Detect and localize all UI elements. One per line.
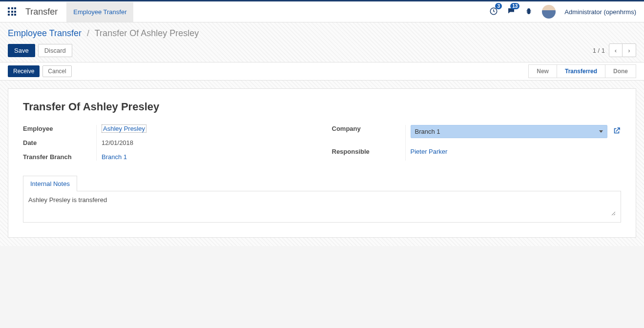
topbar: Transfer Employee Transfer 3 13 Administ… — [0, 0, 644, 22]
value-branch[interactable]: Branch 1 — [102, 153, 127, 161]
label-date: Date — [23, 139, 96, 146]
pager: 1 / 1 ‹ › — [593, 43, 636, 57]
receive-button[interactable]: Receive — [8, 65, 40, 77]
clock-badge: 3 — [495, 3, 502, 9]
bug-icon[interactable] — [524, 7, 533, 17]
status-transferred[interactable]: Transferred — [557, 64, 605, 78]
breadcrumb-root[interactable]: Employee Transfer — [8, 28, 82, 38]
pager-next[interactable]: › — [623, 43, 636, 57]
internal-notes-input[interactable] — [28, 196, 616, 216]
pager-text: 1 / 1 — [593, 47, 605, 54]
clock-icon[interactable]: 3 — [489, 7, 498, 17]
apps-icon[interactable] — [8, 7, 17, 16]
breadcrumb: Employee Transfer / Transfer Of Ashley P… — [8, 28, 199, 39]
discard-button[interactable]: Discard — [38, 44, 72, 57]
value-date[interactable]: 12/01/2018 — [102, 139, 312, 146]
breadcrumb-current: Transfer Of Ashley Presley — [95, 28, 199, 38]
avatar[interactable] — [542, 5, 556, 19]
user-menu[interactable]: Administrator (openhrms) — [564, 8, 636, 16]
label-employee: Employee — [23, 125, 96, 132]
label-responsible: Responsible — [332, 148, 405, 155]
tab-internal-notes[interactable]: Internal Notes — [23, 176, 77, 191]
module-name: Transfer — [25, 7, 58, 17]
value-employee[interactable]: Ashley Presley — [102, 124, 146, 133]
status-bar: New Transferred Done — [528, 64, 636, 78]
tab-employee-transfer[interactable]: Employee Transfer — [66, 2, 133, 22]
form-sheet: Transfer Of Ashley Presley Employee Date… — [8, 88, 636, 238]
page-title: Transfer Of Ashley Presley — [23, 101, 621, 113]
company-select[interactable]: Branch 1 — [411, 125, 608, 138]
chat-icon[interactable]: 13 — [507, 7, 516, 17]
pager-prev[interactable]: ‹ — [609, 43, 623, 57]
chat-badge: 13 — [510, 3, 519, 9]
label-company: Company — [332, 125, 405, 132]
external-link-icon[interactable] — [612, 126, 621, 137]
value-responsible[interactable]: Pieter Parker — [411, 148, 448, 155]
company-value: Branch 1 — [415, 128, 440, 135]
save-button[interactable]: Save — [8, 44, 35, 57]
chevron-down-icon — [599, 130, 603, 133]
cancel-button[interactable]: Cancel — [42, 65, 71, 77]
status-done[interactable]: Done — [605, 64, 636, 78]
label-branch: Transfer Branch — [23, 153, 96, 161]
status-new[interactable]: New — [528, 64, 557, 78]
